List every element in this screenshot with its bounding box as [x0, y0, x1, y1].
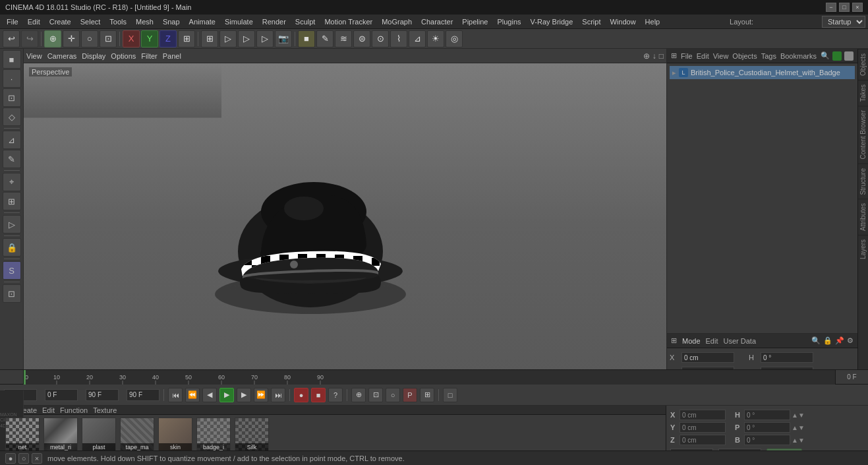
redo-button[interactable]: ↪: [21, 30, 38, 47]
y-axis-button[interactable]: Y: [141, 30, 158, 47]
minimize-button[interactable]: −: [826, 3, 836, 12]
menu-simulate[interactable]: Simulate: [221, 16, 257, 27]
vtab-objects[interactable]: Objects: [858, 49, 868, 80]
mat-edit-menu[interactable]: Edit: [42, 406, 55, 414]
spline-button[interactable]: ✎: [316, 30, 333, 47]
world-coord-button[interactable]: ⊞: [178, 30, 195, 47]
move-tool-button[interactable]: ⊕: [44, 30, 61, 47]
deformer-button[interactable]: ⊜: [353, 30, 370, 47]
attr-edit-tab[interactable]: Edit: [706, 337, 718, 345]
status-icon-1[interactable]: ●: [5, 453, 16, 464]
select-tool-button[interactable]: ✛: [63, 30, 80, 47]
object-row-helmet[interactable]: ▸ L British_Police_Custodian_Helmet_with…: [670, 66, 855, 79]
coord-x-pos-field[interactable]: [681, 352, 734, 363]
menu-script[interactable]: Script: [578, 16, 604, 27]
attr-gear-icon[interactable]: ⚙: [847, 336, 854, 345]
scale-keys-button[interactable]: ⊡: [368, 388, 383, 402]
object-mode-button[interactable]: ■: [3, 50, 21, 69]
rotate-anim-button[interactable]: ○: [386, 388, 400, 402]
mat-swatch-net[interactable]: net: [5, 418, 40, 452]
points-button[interactable]: ·: [3, 69, 21, 88]
texture-button[interactable]: ⊞: [3, 192, 21, 210]
edges-button[interactable]: ⊡: [3, 88, 21, 107]
objects-view-menu[interactable]: View: [713, 52, 729, 60]
menu-pipeline[interactable]: Pipeline: [458, 16, 492, 27]
attr-lock-icon[interactable]: 🔒: [823, 336, 832, 345]
menu-mograph[interactable]: MoGraph: [378, 16, 416, 27]
mat-swatch-plast[interactable]: plast: [82, 418, 116, 452]
menu-help[interactable]: Help: [641, 16, 664, 27]
character-tb-button[interactable]: ⊿: [409, 30, 426, 47]
start-frame-field[interactable]: 0 F: [45, 389, 78, 401]
objects-edit-menu[interactable]: Edit: [697, 52, 709, 60]
coord-y-input[interactable]: [680, 422, 726, 433]
cube-button[interactable]: ■: [298, 30, 315, 47]
frame-all-button[interactable]: ⊞: [420, 388, 434, 402]
vp-display-menu[interactable]: Display: [82, 52, 105, 60]
stop-button[interactable]: ■: [311, 388, 326, 402]
menu-animate[interactable]: Animate: [185, 16, 219, 27]
mat-swatch-skin[interactable]: skin: [158, 418, 192, 452]
record-button[interactable]: ▷: [219, 30, 237, 47]
vtab-attributes[interactable]: Attributes: [858, 199, 868, 235]
attr-userdata-tab[interactable]: User Data: [724, 337, 757, 345]
paint-button[interactable]: ✎: [3, 150, 21, 168]
coord-z-increment[interactable]: ▲▼: [792, 437, 805, 444]
mat-swatch-metalri[interactable]: metal_ri: [43, 418, 78, 452]
menu-motion-tracker[interactable]: Motion Tracker: [320, 16, 376, 27]
menu-file[interactable]: File: [3, 16, 22, 27]
attr-search-icon[interactable]: 🔍: [811, 336, 821, 345]
z-axis-button[interactable]: Z: [159, 30, 177, 47]
go-start-button[interactable]: ⏮: [168, 388, 183, 402]
attr-pin-icon[interactable]: 📌: [835, 336, 844, 345]
material-tb-button[interactable]: ◎: [446, 30, 463, 47]
end-frame-field[interactable]: 90 F: [86, 389, 119, 401]
vp-icon-3[interactable]: □: [659, 51, 664, 61]
vp-view-menu[interactable]: View: [26, 52, 42, 60]
mat-texture-menu[interactable]: Texture: [93, 406, 117, 414]
polygons-button[interactable]: ◇: [3, 108, 21, 126]
mat-swatch-badgei[interactable]: badge_i: [196, 418, 231, 452]
x-axis-button[interactable]: X: [123, 30, 140, 47]
vp-icon-2[interactable]: ↓: [652, 51, 656, 61]
auto-key-button[interactable]: P: [403, 388, 417, 402]
active-tool-button[interactable]: S: [3, 261, 21, 280]
vp-icon-1[interactable]: ⊕: [643, 51, 650, 61]
mat-swatch-tapema[interactable]: tape_ma: [120, 418, 154, 452]
nurbs-button[interactable]: ≋: [335, 30, 352, 47]
expand-arrow[interactable]: ▸: [672, 69, 676, 77]
menu-select[interactable]: Select: [76, 16, 105, 27]
objects-tags-menu[interactable]: Tags: [761, 52, 776, 60]
render-lp-button[interactable]: ▷: [3, 215, 21, 233]
anim-button[interactable]: ▷: [256, 30, 274, 47]
menu-window[interactable]: Window: [606, 16, 639, 27]
menu-plugins[interactable]: Plugins: [493, 16, 525, 27]
vtab-takes[interactable]: Takes: [858, 80, 868, 106]
prev-frame-button[interactable]: ⏪: [185, 388, 200, 402]
objects-bookmarks-menu[interactable]: Bookmarks: [780, 52, 817, 60]
vp-cameras-menu[interactable]: Cameras: [47, 52, 77, 60]
close-button[interactable]: ×: [852, 3, 863, 12]
undo-button[interactable]: ↩: [3, 30, 20, 47]
sculpt-lp-button[interactable]: ⊿: [3, 131, 21, 149]
menu-create[interactable]: Create: [45, 16, 75, 27]
fps-field[interactable]: 90 F: [127, 389, 159, 401]
light-button[interactable]: ☀: [427, 30, 444, 47]
menu-mesh[interactable]: Mesh: [132, 16, 158, 27]
rotate-tool-button[interactable]: ○: [81, 30, 98, 47]
loop-button[interactable]: ?: [328, 388, 343, 402]
camera-button[interactable]: 📷: [275, 30, 292, 47]
mograph-button[interactable]: ⊙: [372, 30, 389, 47]
status-icon-3[interactable]: ×: [32, 453, 42, 464]
timeline-button[interactable]: ⊞: [201, 30, 218, 47]
objects-objects-menu[interactable]: Objects: [732, 52, 757, 60]
coord-p-input[interactable]: [744, 422, 790, 433]
next-key-button[interactable]: ▶: [237, 388, 251, 402]
coord-h-input[interactable]: [744, 410, 790, 420]
play-button[interactable]: ▶: [219, 388, 234, 402]
vp-options-menu[interactable]: Options: [111, 52, 136, 60]
next-frame-button[interactable]: ⏩: [254, 388, 268, 402]
objects-search-icon[interactable]: 🔍: [821, 51, 830, 61]
maximize-button[interactable]: □: [839, 3, 850, 12]
coord-y-increment[interactable]: ▲▼: [792, 424, 805, 431]
